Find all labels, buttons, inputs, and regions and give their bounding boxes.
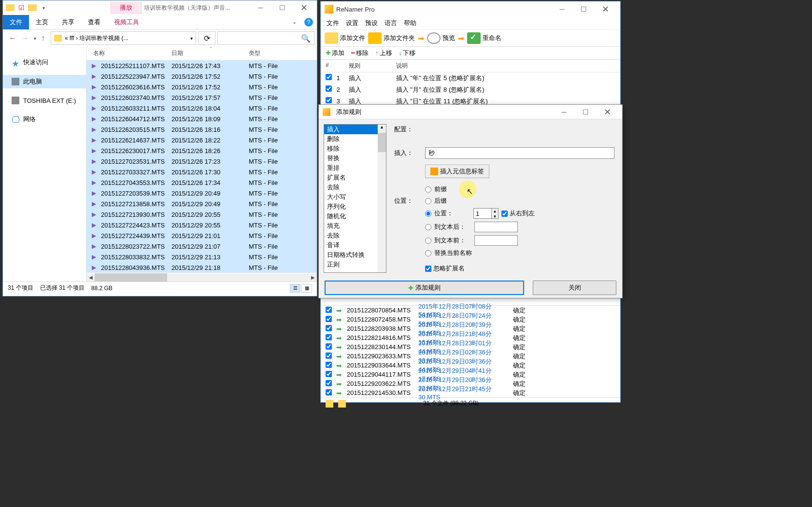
sidebar-network[interactable]: 🖵网络 bbox=[3, 113, 86, 126]
col-rule[interactable]: 规则 bbox=[349, 62, 396, 70]
rule-type-item[interactable]: 重排 bbox=[324, 163, 386, 173]
horizontal-scrollbar[interactable]: ◀ ▶ bbox=[86, 273, 317, 282]
radio-replace-name[interactable]: 替换当前名称 bbox=[425, 249, 535, 257]
minimize-button[interactable]: ─ bbox=[553, 105, 575, 119]
rule-checkbox[interactable] bbox=[326, 85, 332, 92]
play-context-tab[interactable]: 播放 bbox=[110, 1, 142, 14]
remove-rule-button[interactable]: 移除 bbox=[351, 49, 369, 57]
move-down-button[interactable]: 下移 bbox=[399, 49, 416, 57]
before-text-input[interactable] bbox=[474, 235, 518, 246]
menu-settings[interactable]: 设置 bbox=[346, 19, 358, 28]
file-checkbox[interactable] bbox=[326, 362, 332, 368]
address-dropdown[interactable]: ▾ bbox=[190, 36, 193, 41]
refresh-button[interactable]: ⟳ bbox=[198, 31, 215, 45]
col-num[interactable]: # bbox=[326, 62, 349, 70]
folder-qat-icon[interactable] bbox=[28, 4, 37, 11]
scroll-thumb[interactable] bbox=[95, 273, 167, 282]
address-bar[interactable]: « fff › 培训班教学视频 (... ▾ bbox=[51, 31, 196, 45]
close-dialog-button[interactable]: 关闭 bbox=[533, 281, 616, 295]
file-row[interactable]: ▶20151227213930.MTS2015/12/29 20:55MTS -… bbox=[86, 209, 317, 220]
file-checkbox[interactable] bbox=[326, 380, 332, 386]
rule-type-list[interactable]: 插入删除移除替换重排扩展名去除大小写序列化随机化填充去除音译日期格式转换正则▲ bbox=[324, 124, 386, 273]
menu-presets[interactable]: 预设 bbox=[365, 19, 378, 28]
rule-checkbox[interactable] bbox=[326, 97, 332, 103]
history-dropdown[interactable]: ▾ bbox=[34, 36, 36, 41]
checkbox-icon[interactable]: ☑ bbox=[17, 4, 25, 12]
file-row[interactable]: ▶20151226214637.MTS2015/12/26 18:22MTS -… bbox=[86, 135, 317, 145]
menu-help[interactable]: 帮助 bbox=[404, 19, 416, 28]
after-text-input[interactable] bbox=[474, 222, 518, 232]
close-button[interactable]: ✕ bbox=[597, 105, 618, 119]
file-row[interactable]: ▶20151227213858.MTS2015/12/29 20:49MTS -… bbox=[86, 198, 317, 209]
spin-down[interactable]: ▼ bbox=[491, 214, 498, 219]
rule-type-item[interactable]: 填充 bbox=[324, 221, 386, 231]
scroll-right[interactable]: ▶ bbox=[309, 273, 317, 282]
rule-type-item[interactable]: 插入 bbox=[324, 125, 386, 134]
sidebar-drive-toshiba[interactable]: TOSHIBA EXT (E:) bbox=[3, 94, 86, 107]
add-rule-button[interactable]: 添加 bbox=[326, 49, 344, 57]
sidebar-this-pc[interactable]: 此电脑 bbox=[3, 75, 86, 88]
view-details-button[interactable]: ☰ bbox=[290, 284, 300, 293]
file-checkbox[interactable] bbox=[326, 343, 332, 350]
rule-row[interactable]: 2插入插入 "月" 在位置 8 (忽略扩展名) bbox=[321, 84, 620, 96]
radio-prefix[interactable]: 前缀 bbox=[425, 185, 535, 194]
qat-dropdown[interactable]: ▾ bbox=[40, 4, 47, 12]
file-row[interactable]: ▶20151227224423.MTS2015/12/29 20:55MTS -… bbox=[86, 220, 317, 230]
file-checkbox[interactable] bbox=[326, 389, 332, 395]
position-spinner[interactable]: ▲▼ bbox=[473, 208, 499, 219]
rule-type-item[interactable]: 大小写 bbox=[324, 192, 386, 202]
back-button[interactable]: ← bbox=[9, 34, 16, 42]
ribbon-expand[interactable]: ⌄ bbox=[288, 19, 300, 25]
rule-row[interactable]: 1插入插入 "年" 在位置 5 (忽略扩展名) bbox=[321, 72, 620, 84]
right-to-left-checkbox[interactable]: 从右到左 bbox=[501, 209, 535, 218]
close-button[interactable]: ✕ bbox=[293, 1, 315, 14]
scrollbar[interactable]: ▲ bbox=[378, 125, 386, 272]
rule-type-item[interactable]: 序列化 bbox=[324, 202, 386, 211]
rule-type-item[interactable]: 去除 bbox=[324, 183, 386, 192]
rule-type-item[interactable]: 正则 bbox=[324, 260, 386, 269]
tab-video-tools[interactable]: 视频工具 bbox=[107, 15, 146, 29]
rule-type-item[interactable]: 音译 bbox=[324, 240, 386, 250]
file-row[interactable]: ▶20151227023531.MTS2015/12/26 17:23MTS -… bbox=[86, 156, 317, 167]
forward-button[interactable]: → bbox=[21, 34, 29, 42]
maximize-button[interactable]: ☐ bbox=[573, 2, 595, 16]
rule-type-item[interactable]: 删除 bbox=[324, 134, 386, 144]
rename-button[interactable]: 重命名 bbox=[467, 32, 501, 44]
file-row[interactable]: ▶20151226023616.MTS2015/12/26 17:52MTS -… bbox=[86, 82, 317, 92]
file-row[interactable]: ▶20151228023722.MTS2015/12/29 21:07MTS -… bbox=[86, 241, 317, 252]
file-checkbox[interactable] bbox=[326, 334, 332, 340]
maximize-button[interactable]: ☐ bbox=[271, 1, 293, 14]
close-button[interactable]: ✕ bbox=[595, 2, 616, 16]
rule-type-item[interactable]: 移除 bbox=[324, 144, 386, 154]
tab-view[interactable]: 查看 bbox=[81, 15, 107, 29]
rule-type-item[interactable]: 随机化 bbox=[324, 211, 386, 221]
file-checkbox[interactable] bbox=[326, 325, 332, 331]
radio-after-text[interactable]: 到文本后： bbox=[425, 223, 466, 231]
file-row[interactable]: ▶20151226044712.MTS2015/12/26 18:09MTS -… bbox=[86, 113, 317, 124]
radio-position[interactable]: 位置： bbox=[425, 209, 453, 218]
maximize-button[interactable]: ☐ bbox=[575, 105, 597, 119]
menu-language[interactable]: 语言 bbox=[385, 19, 397, 28]
rule-type-item[interactable]: 替换 bbox=[324, 154, 386, 163]
add-rule-confirm-button[interactable]: ✚添加规则 bbox=[325, 281, 524, 295]
tab-share[interactable]: 共享 bbox=[55, 15, 81, 29]
file-checkbox[interactable] bbox=[326, 371, 332, 377]
file-row[interactable]: ▶20151227043553.MTS2015/12/26 17:34MTS -… bbox=[86, 177, 317, 188]
view-icons-button[interactable]: ▦ bbox=[301, 284, 312, 293]
file-row[interactable]: ▶20151225211107.MTS2015/12/26 17:43MTS -… bbox=[86, 60, 317, 71]
rule-type-item[interactable]: 去除 bbox=[324, 231, 386, 240]
search-box[interactable]: 🔍 bbox=[217, 31, 315, 45]
minimize-button[interactable]: ─ bbox=[551, 2, 573, 16]
up-button[interactable]: ↑ bbox=[41, 34, 45, 42]
sidebar-quick-access[interactable]: ★快速访问 bbox=[3, 56, 86, 69]
file-checkbox[interactable] bbox=[326, 307, 332, 313]
add-folder-button[interactable]: 添加文件夹 bbox=[368, 32, 415, 44]
scroll-left[interactable]: ◀ bbox=[86, 273, 95, 282]
rule-checkbox[interactable] bbox=[326, 74, 332, 80]
file-row[interactable]: ▶20151226023740.MTS2015/12/26 17:57MTS -… bbox=[86, 92, 317, 103]
col-type[interactable]: 类型 bbox=[249, 49, 307, 57]
file-checkbox[interactable] bbox=[326, 316, 332, 322]
file-row[interactable]: ▶20151226033211.MTS2015/12/26 18:04MTS -… bbox=[86, 103, 317, 113]
file-row[interactable]: ▶20151227224439.MTS2015/12/29 21:01MTS -… bbox=[86, 230, 317, 241]
spin-up[interactable]: ▲ bbox=[491, 209, 498, 214]
